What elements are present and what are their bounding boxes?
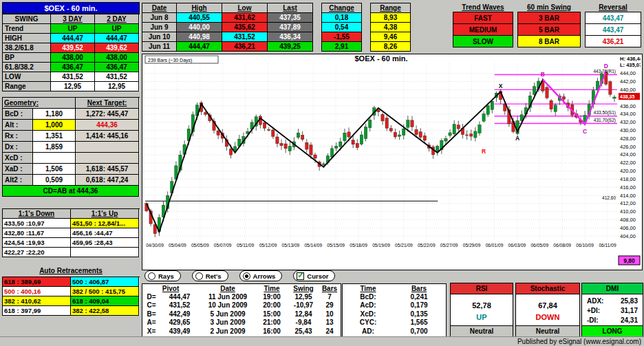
time-bars-table: TimeBarsBcD:0,241AcD:0,179XcD:0,135CYC:1… — [342, 283, 447, 337]
svg-text:436,00: 436,00 — [620, 103, 636, 109]
svg-text:412,00: 412,00 — [620, 200, 636, 206]
stochastic-state: Neutral — [516, 325, 579, 336]
dmi-row-value: 31,17 — [621, 306, 638, 316]
svg-text:432,00: 432,00 — [620, 119, 636, 125]
radio-icon[interactable] — [148, 272, 155, 280]
range-value: 8,26 — [371, 42, 411, 52]
pivot-header: Swing — [287, 284, 320, 292]
svg-text:410,00: 410,00 — [620, 208, 636, 215]
svg-text:R: R — [482, 148, 486, 155]
svg-text:440,00: 440,00 — [620, 87, 636, 93]
svg-text:05/21/09: 05/21/09 — [395, 243, 413, 248]
geometry-row-label: Rx : — [3, 131, 33, 142]
range-header: Range — [371, 3, 411, 13]
swing-row-label: 38.2/61.8 — [3, 43, 51, 53]
swing-60min-cells: 3 BAR5 BAR8 BAR — [517, 12, 581, 47]
swing-value: 439,62 — [95, 43, 139, 53]
pivot-header: Time — [257, 284, 287, 292]
swing-value: 436,47 — [95, 63, 139, 72]
dmi-row-label: ADX: — [587, 296, 603, 306]
retracement-value: 382 : 410,62 — [3, 296, 71, 306]
chart-controls: RaysRet'sArrowsCursor — [144, 270, 530, 281]
pivot-date: 3 Jun 2009 — [199, 318, 257, 327]
control-rets[interactable]: Ret's — [192, 270, 228, 281]
timebars-label: AcD: — [343, 301, 394, 310]
daily-range-table: Range8,934,389,468,26 — [370, 3, 411, 52]
checkbox-icon[interactable] — [297, 272, 304, 280]
geometry-row-label: Dx : — [3, 142, 33, 153]
pivot-value: 431,52 — [160, 301, 199, 310]
daily-date: Jun 10 — [142, 32, 177, 42]
one-to-one-value: 459,95 :28,43 — [71, 238, 139, 248]
timebars-label: XcD: — [343, 310, 394, 318]
pivot-time: 20:00 — [257, 301, 287, 310]
daily-header: Low — [222, 3, 268, 13]
swing-value: 12,95 — [95, 82, 139, 91]
pivot-grid: PivotDateTimeSwingBarsD=444,4711 Jun 200… — [142, 284, 341, 335]
svg-text:A: A — [515, 135, 519, 142]
timebars-label: BcD: — [343, 292, 394, 301]
pivot-value: 442,49 — [160, 310, 199, 318]
geometry-target: 0,618: 447,24 — [76, 175, 139, 186]
reversal-panel: Reversal 443,47443,47436,21 — [585, 2, 641, 47]
pivot-time: 16:00 — [257, 327, 287, 335]
svg-text:05/27/09: 05/27/09 — [440, 243, 458, 248]
swing-value: 444,47 — [95, 34, 139, 43]
pivot-row-label: B= — [142, 310, 160, 318]
dmi-row-value: 24,31 — [621, 316, 638, 325]
daily-header: High — [177, 3, 222, 13]
swing-value: 444,47 — [51, 34, 95, 43]
dmi-header: DMI — [582, 283, 643, 294]
trend-wave-cell: MEDIUM — [453, 24, 513, 36]
svg-text:06/03/09: 06/03/09 — [508, 243, 526, 248]
dmi-row: ADX:25,83 — [582, 296, 643, 306]
swing-value: 436,47 — [51, 63, 95, 72]
control-cursor[interactable]: Cursor — [293, 270, 335, 281]
pivot-swing: 12,95 — [287, 292, 320, 301]
svg-text:414,00: 414,00 — [620, 193, 636, 199]
pivot-table: PivotDateTimeSwingBarsD=444,4711 Jun 200… — [142, 283, 341, 337]
one-to-one-value — [71, 248, 139, 257]
svg-text:422,00: 422,00 — [620, 160, 636, 166]
radio-icon[interactable] — [243, 272, 250, 280]
statusbar-text: Published by eSignal (www.esignal.com) — [517, 338, 641, 345]
change-header: Change — [322, 3, 362, 13]
one-to-one-down-header: 1:1's Down — [3, 209, 71, 219]
reversal-value: 436,21 — [586, 36, 641, 47]
pivot-row-label: A= — [142, 318, 160, 327]
reversal-value: 443,47 — [586, 12, 641, 24]
svg-text:05/04/09: 05/04/09 — [169, 243, 186, 248]
price-chart[interactable]: 404,00406,00408,00410,00412,00414,00416,… — [142, 54, 643, 270]
swing-60min-panel: 60 min Swing 3 BAR5 BAR8 BAR — [517, 2, 581, 47]
swing-60min-title: 60 min Swing — [517, 2, 581, 12]
stochastic-header: Stochastic — [516, 283, 579, 294]
geometry-header: Next Target: — [76, 98, 139, 109]
daily-header: Date — [142, 3, 177, 13]
dmi-row: +DI:31,17 — [582, 306, 643, 316]
control-label: Rays — [158, 272, 174, 280]
pivot-swing: -9,84 — [287, 318, 320, 327]
candlestick-chart-canvas[interactable]: 404,00406,00408,00410,00412,00414,00416,… — [142, 54, 641, 268]
swing-row-label: LOW — [3, 72, 51, 82]
pivot-date: 11 Jun 2009 — [199, 292, 257, 301]
control-arrows[interactable]: Arrows — [239, 270, 283, 281]
swing-value: 12,95 — [51, 82, 95, 91]
pivot-bars: 29 — [320, 301, 339, 310]
control-rays[interactable]: Rays — [144, 270, 181, 281]
daily-value: 444,47 — [177, 42, 222, 52]
radio-icon[interactable] — [195, 272, 203, 280]
rsi-state: Neutral — [451, 325, 513, 336]
swing-value: UP — [51, 24, 95, 34]
swing-bar-cell: 5 BAR — [518, 24, 581, 36]
auto-retracements-table: 618 : 389,69500 : 406,87500 : 400,16382 … — [2, 277, 140, 316]
pivot-row-label: X= — [142, 327, 160, 335]
svg-text:404,00: 404,00 — [620, 233, 636, 239]
swing-value: 438,00 — [95, 53, 139, 63]
pivot-bars: 24 — [320, 327, 339, 335]
time-bars-grid: TimeBarsBcD:0,241AcD:0,179XcD:0,135CYC:1… — [343, 284, 446, 335]
auto-retracements-title: Auto Retracements — [2, 267, 140, 277]
change-value: 2,91 — [322, 42, 362, 52]
control-label: Arrows — [253, 272, 276, 280]
retracement-value: 382 : 422,58 — [71, 306, 139, 316]
svg-text:06/05/09: 06/05/09 — [530, 243, 548, 248]
